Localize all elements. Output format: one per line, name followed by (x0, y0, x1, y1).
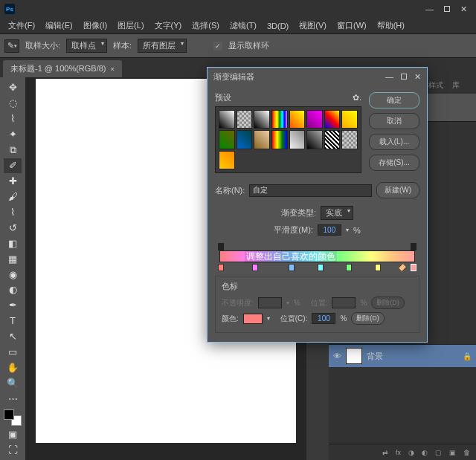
preset-swatch[interactable] (324, 110, 341, 129)
visibility-icon[interactable]: 👁 (333, 352, 341, 360)
type-tool[interactable]: T (4, 314, 22, 328)
more-tools[interactable]: ⋯ (4, 391, 22, 406)
fx-icon[interactable]: fx (396, 449, 401, 456)
opacity-stop[interactable] (411, 243, 416, 250)
dialog-titlebar[interactable]: 渐变编辑器 — ✕ (208, 68, 427, 86)
sample-dropdown[interactable]: 所有图层 (138, 39, 187, 53)
preset-swatch[interactable] (219, 151, 235, 169)
pen-tool[interactable]: ✒ (4, 298, 22, 313)
opacity-stop[interactable] (218, 243, 224, 250)
color-stop[interactable] (289, 264, 295, 271)
delete-color-button[interactable]: 删除(D) (351, 312, 385, 325)
cancel-button[interactable]: 取消 (369, 113, 419, 129)
color-stop[interactable] (318, 264, 324, 271)
tab-libraries[interactable]: 库 (448, 77, 464, 94)
eraser-tool[interactable]: ◧ (4, 236, 22, 250)
dodge-tool[interactable]: ◐ (4, 282, 22, 297)
dialog-maximize[interactable] (401, 72, 407, 82)
menu-window[interactable]: 窗口(W) (333, 19, 370, 33)
dialog-close[interactable]: ✕ (414, 72, 421, 82)
new-layer-icon[interactable]: ▣ (449, 449, 456, 456)
preset-swatch[interactable] (306, 130, 323, 149)
lasso-tool[interactable]: ⌇ (4, 111, 22, 126)
path-tool[interactable]: ↖ (4, 329, 22, 344)
mask-icon[interactable]: ◑ (408, 449, 414, 456)
sample-size-dropdown[interactable]: 取样点 (66, 39, 107, 53)
move-tool[interactable]: ✥ (4, 80, 22, 95)
show-ring-checkbox[interactable]: ✓ (213, 42, 222, 51)
menu-image[interactable]: 图像(I) (80, 19, 111, 33)
brush-tool[interactable]: 🖌 (4, 189, 22, 204)
close-button[interactable]: ✕ (460, 4, 467, 14)
preset-swatch[interactable] (324, 130, 341, 149)
heal-tool[interactable]: ✚ (4, 174, 22, 189)
name-input[interactable] (249, 184, 372, 197)
color-stop[interactable] (375, 264, 381, 271)
position-c-input[interactable] (312, 313, 335, 324)
load-button[interactable]: 载入(L)... (369, 134, 419, 150)
blur-tool[interactable]: ◉ (4, 267, 22, 282)
preset-swatch[interactable] (271, 130, 288, 149)
menu-filter[interactable]: 滤镜(T) (226, 19, 260, 33)
color-stop[interactable] (397, 263, 407, 273)
preset-swatch[interactable] (271, 110, 288, 129)
minimize-button[interactable]: — (425, 4, 434, 14)
color-swatches[interactable] (4, 409, 22, 426)
foreground-color[interactable] (4, 409, 14, 420)
document-tab[interactable]: 未标题-1 @ 100%(RGB/8) × (3, 60, 122, 77)
color-stop[interactable] (346, 264, 352, 271)
preset-swatch[interactable] (237, 110, 253, 129)
layer-thumbnail[interactable] (346, 348, 362, 364)
hand-tool[interactable]: ✋ (4, 360, 22, 375)
menu-view[interactable]: 视图(V) (295, 19, 330, 33)
preset-swatch[interactable] (219, 130, 235, 149)
preset-swatch[interactable] (254, 130, 270, 149)
preset-swatch[interactable] (341, 110, 358, 129)
gear-icon[interactable]: ✿. (353, 93, 361, 103)
preset-swatch[interactable] (289, 130, 306, 149)
menu-select[interactable]: 选择(S) (188, 19, 223, 33)
trash-icon[interactable]: 🗑 (463, 449, 470, 456)
dialog-minimize[interactable]: — (385, 72, 393, 82)
preset-swatch[interactable] (237, 130, 253, 149)
gradient-tool[interactable]: ▦ (4, 251, 22, 266)
history-brush-tool[interactable]: ↺ (4, 220, 22, 235)
crop-tool[interactable]: ⧉ (4, 143, 22, 158)
maximize-button[interactable] (444, 4, 450, 14)
folder-icon[interactable]: ▢ (435, 449, 442, 456)
preset-swatch[interactable] (254, 110, 270, 129)
active-tool-icon[interactable]: ✎▾ (4, 39, 19, 53)
type-dropdown[interactable]: 实底 (321, 206, 353, 220)
menu-edit[interactable]: 编辑(E) (42, 19, 77, 33)
document-tab-close[interactable]: × (111, 65, 115, 73)
wand-tool[interactable]: ✦ (4, 127, 22, 142)
link-icon[interactable]: ⇄ (382, 449, 388, 456)
quickmask-toggle[interactable]: ▣ (4, 427, 22, 441)
color-stop-selected[interactable] (411, 264, 416, 271)
smooth-input[interactable] (318, 224, 341, 236)
menu-help[interactable]: 帮助(H) (373, 19, 408, 33)
adjustment-icon[interactable]: ◐ (422, 449, 428, 456)
preset-swatch[interactable] (306, 110, 323, 129)
eyedropper-tool[interactable]: ✐ (4, 158, 22, 173)
screenmode-toggle[interactable]: ⛶ (4, 442, 22, 457)
stamp-tool[interactable]: ⌇ (4, 204, 22, 219)
ok-button[interactable]: 确定 (369, 92, 419, 108)
menu-layer[interactable]: 图层(L) (114, 19, 147, 33)
menu-file[interactable]: 文件(F) (4, 19, 39, 33)
zoom-tool[interactable]: 🔍 (4, 376, 22, 391)
color-stop[interactable] (218, 264, 224, 271)
new-button[interactable]: 新建(W) (376, 182, 419, 198)
save-button[interactable]: 存储(S)... (369, 155, 419, 171)
marquee-tool[interactable]: ◌ (4, 96, 22, 111)
layer-row-background[interactable]: 👁 背景 🔒 (329, 345, 476, 367)
menu-3d[interactable]: 3D(D) (263, 20, 292, 32)
menu-type[interactable]: 文字(Y) (151, 19, 186, 33)
gradient-bar[interactable]: 调整出自己喜欢的颜色 (215, 243, 419, 273)
shape-tool[interactable]: ▭ (4, 345, 22, 360)
preset-swatch[interactable] (341, 130, 358, 149)
color-swatch[interactable] (243, 314, 263, 324)
preset-swatch[interactable] (289, 110, 306, 129)
preset-swatch[interactable] (219, 110, 235, 129)
color-stop[interactable] (252, 264, 258, 271)
